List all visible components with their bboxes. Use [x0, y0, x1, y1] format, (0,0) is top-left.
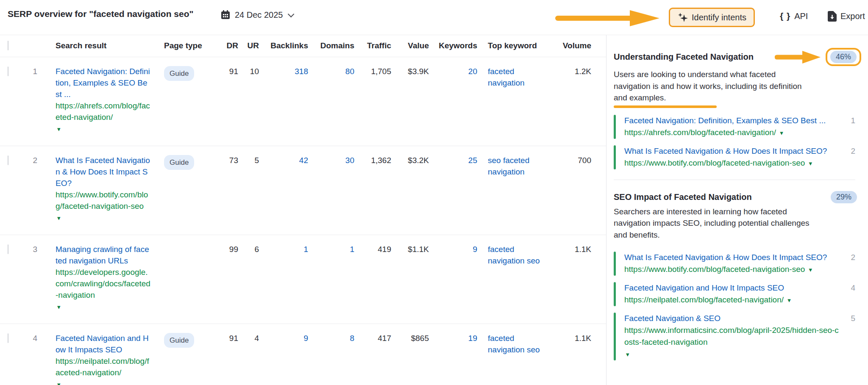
url-caret-icon[interactable]: ▾ [780, 129, 783, 136]
traffic-value: 419 [354, 244, 391, 255]
intent-result: What Is Faceted Navigation & How Does It… [614, 145, 855, 169]
col-domains: Domains [308, 41, 354, 50]
result-title-link[interactable]: Managing crawling of faceted navigation … [56, 244, 151, 266]
col-ur: UR [238, 41, 259, 50]
keywords-link[interactable]: 20 [468, 67, 477, 76]
result-title-link[interactable]: Faceted Navigation: Definition, Examples… [56, 66, 151, 100]
top-keyword-link[interactable]: faceted navigation seo [488, 332, 545, 355]
backlinks-link[interactable]: 42 [299, 156, 308, 165]
serp-position: 3 [25, 244, 37, 255]
result-url-link[interactable]: https://ahrefs.com/blog/faceted-navigati… [56, 100, 151, 123]
top-keyword-link[interactable]: faceted navigation seo [488, 244, 545, 266]
volume-value: 1.2K [562, 66, 606, 77]
chevron-down-icon [288, 11, 295, 17]
intent-result-rank: 1 [841, 115, 855, 139]
intent-result-title-link[interactable]: Faceted Navigation: Definition, Examples… [624, 115, 841, 127]
intent-result-url-link[interactable]: https://neilpatel.com/blog/faceted-navig… [624, 294, 784, 306]
api-button[interactable]: { } API [780, 11, 808, 21]
row-checkbox[interactable] [8, 66, 8, 76]
annotation-highlight-ring: 46% [826, 48, 861, 66]
url-caret-icon[interactable]: ▾ [57, 303, 61, 310]
date-picker[interactable]: 24 Dec 2025 [220, 10, 292, 20]
export-button[interactable]: Export [828, 11, 865, 22]
traffic-value: 417 [354, 332, 391, 344]
domains-link[interactable]: 30 [345, 156, 354, 165]
serp-position: 4 [25, 332, 37, 344]
ur-value: 10 [238, 66, 259, 77]
table-row: 2 What Is Faceted Navigation & How Does … [0, 146, 606, 235]
result-title-link[interactable]: What Is Faceted Navigation & How Does It… [56, 155, 151, 189]
keywords-link[interactable]: 9 [473, 245, 477, 254]
intent-result: Faceted Navigation: Definition, Examples… [614, 115, 855, 139]
identify-intents-button[interactable]: Identify intents [669, 8, 755, 27]
serp-position: 2 [25, 155, 37, 166]
intent-result-url-link[interactable]: https://www.botify.com/blog/faceted-navi… [624, 263, 805, 275]
url-caret-icon[interactable]: ▾ [57, 125, 61, 133]
volume-value: 700 [562, 155, 606, 166]
dr-value: 91 [211, 332, 238, 344]
volume-value: 1.1K [562, 244, 606, 255]
url-caret-icon[interactable]: ▾ [809, 266, 812, 273]
row-checkbox[interactable] [8, 333, 8, 343]
table-header-row: Search result Page type DR UR Backlinks … [0, 35, 606, 57]
intent-result-title-link[interactable]: Faceted Navigation and How It Impacts SE… [624, 282, 841, 294]
url-caret-icon[interactable]: ▾ [787, 296, 791, 304]
traffic-value: 1,705 [354, 66, 391, 77]
dr-value: 91 [211, 66, 238, 77]
top-keyword-link[interactable]: seo faceted navigation [488, 155, 545, 177]
table-row: 4 Faceted Navigation and How It Impacts … [0, 324, 606, 385]
select-all-checkbox[interactable] [8, 41, 8, 50]
intent-section: Understanding Faceted Navigation 46% Use… [614, 48, 855, 169]
calendar-icon [220, 10, 231, 20]
top-keyword-link[interactable]: faceted navigation [488, 66, 545, 89]
keywords-link[interactable]: 19 [468, 334, 477, 343]
serp-position: 1 [25, 66, 37, 77]
intent-result-url-link[interactable]: https://www.botify.com/blog/faceted-navi… [624, 157, 805, 169]
backlinks-link[interactable]: 318 [295, 67, 308, 76]
domains-link[interactable]: 8 [350, 334, 354, 343]
result-url-link[interactable]: https://www.botify.com/blog/faceted-navi… [56, 189, 151, 212]
intent-title: SEO Impact of Faceted Navigation [614, 192, 752, 202]
value-value: $1.1K [391, 244, 429, 255]
identify-intents-label: Identify intents [692, 13, 746, 22]
intent-section: SEO Impact of Faceted Navigation 29% Sea… [614, 191, 855, 361]
serp-results-table: Search result Page type DR UR Backlinks … [0, 35, 606, 385]
backlinks-link[interactable]: 1 [303, 245, 308, 254]
col-dr: DR [211, 41, 238, 50]
ur-value: 4 [238, 332, 259, 344]
intent-result: Faceted Navigation & SEO https://www.inf… [614, 313, 855, 360]
result-url-link[interactable]: https://neilpatel.com/blog/faceted-navig… [56, 355, 151, 378]
domains-link[interactable]: 80 [345, 67, 354, 76]
ur-value: 6 [238, 244, 259, 255]
col-search-result: Search result [37, 41, 155, 50]
intent-result-url-link[interactable]: https://ahrefs.com/blog/faceted-navigati… [624, 127, 776, 138]
table-row: 3 Managing crawling of faceted navigatio… [0, 235, 606, 324]
row-checkbox[interactable] [8, 155, 8, 165]
result-title-link[interactable]: Faceted Navigation and How It Impacts SE… [56, 332, 151, 355]
url-caret-icon[interactable]: ▾ [57, 214, 61, 222]
header-bar: SERP overview for "faceted navigation se… [0, 0, 868, 35]
intent-result-title-link[interactable]: What Is Faceted Navigation & How Does It… [624, 252, 841, 263]
intent-result-rank: 5 [841, 313, 855, 360]
backlinks-link[interactable]: 9 [303, 334, 308, 343]
intent-result-url-link[interactable]: https://www.informaticsinc.com/blog/apri… [624, 324, 841, 348]
page-title: SERP overview for "faceted navigation se… [8, 9, 194, 19]
page-type-badge: Guide [164, 66, 194, 81]
table-row: 1 Faceted Navigation: Definition, Exampl… [0, 57, 606, 146]
url-caret-icon[interactable]: ▾ [809, 160, 812, 167]
traffic-value: 1,362 [354, 155, 391, 166]
intent-result-title-link[interactable]: Faceted Navigation & SEO [624, 313, 841, 324]
intent-result: What Is Faceted Navigation & How Does It… [614, 252, 855, 276]
keywords-link[interactable]: 25 [468, 156, 477, 165]
braces-icon: { } [780, 11, 790, 21]
row-checkbox[interactable] [8, 244, 8, 254]
serp-overview-page: SERP overview for "faceted navigation se… [0, 0, 868, 385]
intent-percent-badge: 29% [831, 191, 857, 203]
col-traffic: Traffic [354, 41, 391, 50]
api-label: API [794, 11, 808, 21]
url-caret-icon[interactable]: ▾ [57, 381, 61, 385]
intent-result-title-link[interactable]: What Is Faceted Navigation & How Does It… [624, 145, 841, 157]
domains-link[interactable]: 1 [350, 245, 354, 254]
url-caret-icon[interactable]: ▾ [626, 351, 629, 358]
result-url-link[interactable]: https://developers.google.com/crawling/d… [56, 266, 151, 301]
